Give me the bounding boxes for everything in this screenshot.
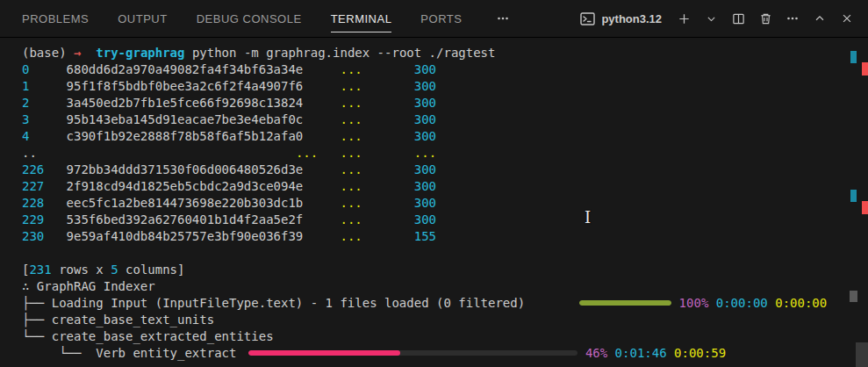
terminal-text bbox=[362, 62, 414, 76]
terminal-text: ├── Loading Input (InputFileType.text) -… bbox=[22, 296, 525, 310]
split-terminal-button[interactable] bbox=[728, 8, 749, 29]
terminal-text: 9e59af410db84b25757e3bf90e036f39 bbox=[67, 229, 304, 243]
terminal-text bbox=[362, 79, 414, 93]
terminal-text: 300 bbox=[414, 196, 436, 210]
terminal-actions: python3.12 bbox=[580, 8, 868, 29]
terminal-text: ... bbox=[296, 146, 318, 160]
terminal-text: 95b143eba145d91eacae7be3e4ebaf0c bbox=[67, 112, 304, 126]
terminal-text: ... bbox=[340, 212, 362, 227]
terminal-text: ... bbox=[340, 62, 362, 76]
tree-loading-input-line: ├── Loading Input (InputFileType.text) -… bbox=[22, 295, 868, 312]
terminal-text: try-graphrag bbox=[96, 46, 184, 60]
terminal-text bbox=[303, 129, 340, 143]
terminal-text: 230 bbox=[22, 229, 67, 243]
maximize-panel-icon[interactable] bbox=[809, 8, 830, 29]
scrollbar-annotation bbox=[850, 291, 857, 302]
dataframe-row: 229 535f6bed392a62760401b1d4f2aa5e2f ...… bbox=[22, 212, 868, 228]
tab-problems[interactable]: PROBLEMS bbox=[22, 0, 89, 37]
terminal-text bbox=[37, 146, 296, 160]
terminal-text: 2 bbox=[22, 96, 67, 110]
terminal-text: 226 bbox=[22, 162, 67, 176]
terminal-profile-dropdown-icon[interactable] bbox=[700, 8, 721, 29]
tab-ports[interactable]: PORTS bbox=[420, 0, 462, 37]
kill-terminal-button[interactable] bbox=[755, 8, 776, 29]
dataframe-row: 230 9e59af410db84b25757e3bf90e036f39 ...… bbox=[22, 228, 868, 245]
terminal-profile-label: python3.12 bbox=[601, 12, 662, 25]
terminal-text: 300 bbox=[414, 112, 436, 126]
scrollbar-thumb[interactable] bbox=[856, 342, 868, 367]
terminal-text bbox=[362, 229, 414, 243]
terminal-text bbox=[303, 162, 340, 176]
new-terminal-button[interactable] bbox=[673, 8, 694, 29]
terminal-text: 3 bbox=[22, 112, 67, 126]
dataframe-row: 4 c390f1b92e2888f78b58f6af5b12afa0 ... 3… bbox=[22, 128, 868, 145]
terminal-text: 300 bbox=[414, 179, 436, 193]
progress-bar bbox=[579, 300, 671, 306]
mouse-ibeam-cursor: I bbox=[585, 210, 591, 226]
terminal-text bbox=[577, 346, 585, 360]
terminal-text: 5 bbox=[111, 263, 118, 277]
terminal-text bbox=[667, 346, 674, 360]
dataframe-ellipsis-row: .. ... ... ... bbox=[22, 145, 868, 162]
terminal-text bbox=[708, 296, 715, 310]
terminal-text: 231 bbox=[29, 263, 51, 277]
terminal-text: 0:00:00 bbox=[775, 296, 827, 310]
close-panel-icon[interactable] bbox=[836, 8, 857, 29]
scrollbar-annotation bbox=[862, 62, 868, 76]
terminal-text: ... bbox=[340, 162, 362, 176]
more-actions-icon[interactable] bbox=[782, 8, 803, 29]
terminal-text: 95f1f8f5bdbf0bee3a2c6f2f4a4907f6 bbox=[67, 79, 304, 93]
terminal-text: 0:00:00 bbox=[716, 296, 768, 310]
dataframe-row: 228 eec5fc1a2be814473698e220b303dc1b ...… bbox=[22, 195, 868, 212]
terminal-text bbox=[362, 179, 414, 193]
terminal-text bbox=[362, 162, 414, 176]
terminal-text bbox=[81, 46, 96, 60]
terminal-text bbox=[22, 246, 29, 260]
terminal-text bbox=[303, 62, 340, 76]
terminal-text: 4 bbox=[22, 129, 67, 143]
terminal-text bbox=[671, 296, 678, 310]
tree-node-line: ├── create_base_text_units bbox=[22, 312, 868, 328]
dataframe-row: 0 680dd6d2a970a49082fa4f34bf63a34e ... 3… bbox=[22, 61, 868, 78]
terminal-text: ... bbox=[340, 96, 362, 110]
terminal-text bbox=[318, 146, 340, 160]
active-terminal-chip[interactable]: python3.12 bbox=[580, 12, 662, 25]
tabs-overflow-icon[interactable] bbox=[492, 8, 513, 29]
terminal-text bbox=[303, 179, 340, 193]
terminal-text: (base) bbox=[22, 46, 74, 60]
terminal-text: 1 bbox=[22, 79, 67, 93]
terminal-text bbox=[362, 112, 414, 126]
terminal-text: 46% bbox=[585, 346, 607, 360]
terminal-text: 3a450ed2b7fb1e5fce66f92698c13824 bbox=[67, 96, 304, 110]
progress-bar bbox=[248, 350, 577, 356]
tree-node-line: └── create_base_extracted_entities bbox=[22, 328, 868, 345]
terminal-text bbox=[768, 296, 775, 310]
terminal-text bbox=[303, 212, 340, 227]
terminal-text bbox=[303, 79, 340, 93]
terminal-icon bbox=[580, 12, 595, 25]
terminal-text: 300 bbox=[414, 62, 436, 76]
terminal-text: └── Verb entity_extract bbox=[22, 346, 236, 360]
terminal-text: └── create_base_extracted_entities bbox=[22, 329, 274, 343]
terminal-text: eec5fc1a2be814473698e220b303dc1b bbox=[67, 196, 304, 210]
tab-terminal[interactable]: TERMINAL bbox=[331, 0, 392, 37]
terminal-text: ... bbox=[340, 79, 362, 93]
panel-header: PROBLEMS OUTPUT DEBUG CONSOLE TERMINAL P… bbox=[0, 0, 868, 38]
terminal-text: 0:01:46 bbox=[615, 346, 667, 360]
terminal-text: 300 bbox=[414, 96, 436, 110]
scrollbar-annotation bbox=[850, 51, 857, 63]
terminal-text: .. bbox=[22, 146, 37, 160]
terminal-text: ... bbox=[340, 196, 362, 210]
terminal-text bbox=[607, 346, 614, 360]
indexer-title-line: ∴ GraphRAG Indexer bbox=[22, 278, 868, 295]
tab-debug-console[interactable]: DEBUG CONSOLE bbox=[197, 0, 302, 37]
terminal-text: 0:00:59 bbox=[674, 346, 726, 360]
terminal-text: 300 bbox=[414, 162, 436, 176]
terminal-text bbox=[303, 196, 340, 210]
tab-output[interactable]: OUTPUT bbox=[118, 0, 167, 37]
terminal-text: GraphRAG Indexer bbox=[29, 279, 154, 293]
terminal-output[interactable]: (base) → try-graphrag python -m graphrag… bbox=[0, 38, 868, 362]
terminal-text: 300 bbox=[414, 129, 436, 143]
terminal-text: ... bbox=[340, 229, 362, 243]
command-line: (base) → try-graphrag python -m graphrag… bbox=[22, 45, 868, 61]
